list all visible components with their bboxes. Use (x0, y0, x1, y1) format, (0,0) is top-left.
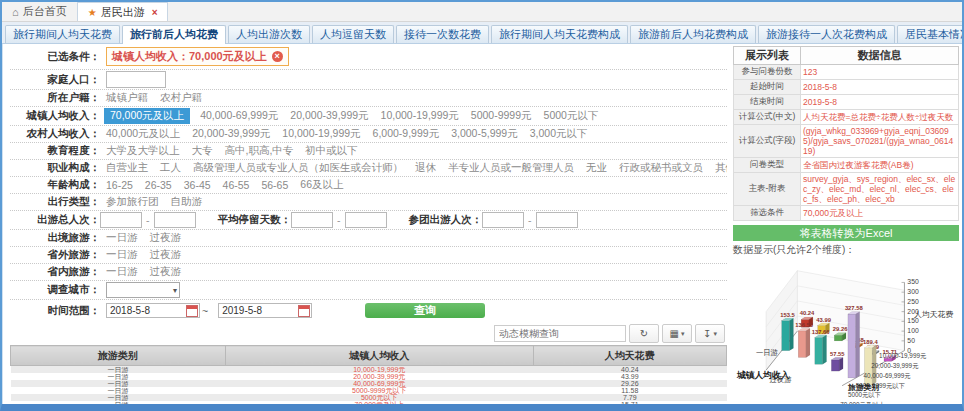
filter-option[interactable]: 56-65 (261, 179, 288, 191)
filter-row: 省外旅游：一日游过夜游 (10, 247, 727, 264)
svg-text:43.99: 43.99 (816, 317, 831, 323)
filter-option[interactable]: 农村户籍 (160, 91, 202, 105)
family-size-input[interactable] (106, 71, 166, 88)
filter-option[interactable]: 高中,职高,中专 (225, 144, 294, 158)
group-trips-max-input[interactable] (536, 212, 578, 228)
nav-tab[interactable]: 人均逗留天数 (312, 25, 394, 43)
filter-option[interactable]: 无业 (586, 161, 607, 175)
filter-option[interactable]: 40,000元及以上 (106, 127, 180, 141)
filter-option[interactable]: 一日游 (106, 248, 138, 262)
filter-option[interactable]: 16-25 (106, 179, 133, 191)
export-button[interactable]: ↧▾ (695, 324, 725, 343)
refresh-button[interactable]: ↻ (629, 324, 659, 343)
filter-row: 教育程度：大学及大学以上大专高中,职高,中专初中或以下 (10, 143, 727, 160)
filter-option[interactable]: 过夜游 (150, 265, 182, 279)
table-header-cell: 人均天花费 (533, 346, 726, 366)
filter-label: 所在户籍： (10, 91, 100, 105)
svg-text:5000元以下: 5000元以下 (848, 391, 881, 398)
filter-option[interactable]: 一日游 (106, 265, 138, 279)
filter-option[interactable]: 大学及大学以上 (106, 144, 180, 158)
filter-option[interactable]: 自助游 (171, 195, 203, 209)
window-tab-home[interactable]: ⌂ 后台首页 (2, 2, 77, 21)
nav-tab[interactable]: 居民基本情况 (897, 25, 964, 43)
nav-tab[interactable]: 旅行期间人均天花费 (5, 25, 120, 43)
avg-stay-min-input[interactable] (291, 212, 333, 228)
window-tab-bar: ⌂ 后台首页 ★ 居民出游 × (2, 2, 962, 22)
filter-option[interactable]: 初中或以下 (305, 144, 358, 158)
filter-option[interactable]: 20,000-39,999元 (192, 127, 270, 141)
table-cell: 一日游 (11, 373, 226, 380)
filter-option[interactable]: 5000-9999元 (471, 109, 532, 123)
svg-text:327.58: 327.58 (845, 305, 864, 311)
filter-option[interactable]: 40,000-69,999元 (200, 109, 278, 123)
export-excel-button[interactable]: 将表格转换为Excel (733, 225, 959, 241)
filter-option[interactable]: 退休 (415, 161, 436, 175)
svg-text:57.55: 57.55 (830, 351, 845, 357)
calendar-icon[interactable] (298, 305, 310, 317)
filter-option[interactable]: 行政或秘书或文员 (619, 161, 703, 175)
filter-label: 年龄构成： (10, 178, 100, 192)
filter-option[interactable]: 半专业人员或一般管理人员 (448, 161, 574, 175)
filter-option[interactable]: 3,000元以下 (530, 127, 588, 141)
filter-row: 出行类型：参加旅行团自助游 (10, 194, 727, 211)
filter-label: 家庭人口： (10, 73, 100, 87)
window-tab-resident-travel[interactable]: ★ 居民出游 × (77, 2, 169, 21)
nav-tab[interactable]: 旅游接待一人次花费构成 (758, 25, 895, 43)
nav-tab[interactable]: 旅行前后人均花费 (122, 25, 226, 44)
query-button[interactable]: 查询 (365, 303, 485, 318)
table-row[interactable]: 一日游10,000-19,999元40.24 (11, 366, 727, 374)
columns-button[interactable]: ▦▾ (662, 324, 692, 343)
filter-option[interactable]: 46-55 (223, 179, 250, 191)
filter-option[interactable]: 36-45 (184, 179, 211, 191)
filter-option[interactable]: 参加旅行团 (106, 195, 159, 209)
filter-option[interactable]: 20,000-39,999元 (290, 109, 368, 123)
filter-option[interactable]: 过夜游 (150, 231, 182, 245)
filter-option[interactable]: 其他 (715, 161, 727, 175)
total-trips-min-input[interactable] (100, 212, 142, 228)
total-trips-max-input[interactable] (154, 212, 196, 228)
remove-condition-icon[interactable]: × (272, 51, 283, 62)
table-row[interactable]: 一日游5000-9999元以下11.58 (11, 387, 727, 394)
filter-option[interactable]: 66及以上 (300, 178, 343, 192)
filter-option[interactable]: 70,000元及以上 (104, 108, 190, 124)
filter-option[interactable]: 3,000-5,999元 (451, 127, 518, 141)
nav-tab[interactable]: 接待一次数花费 (396, 25, 489, 43)
filter-option[interactable]: 一日游 (106, 231, 138, 245)
3d-bar-chart: 501001502002503003500人均天花费40.2443.9929.2… (733, 257, 959, 411)
selected-condition-tag[interactable]: 城镇人均收入：70,000元及以上 × (106, 47, 289, 66)
fuzzy-search-input[interactable] (494, 325, 626, 342)
chevron-down-icon: ▾ (173, 286, 177, 295)
filter-option[interactable]: 城镇户籍 (106, 91, 148, 105)
filter-option[interactable]: 过夜游 (150, 248, 182, 262)
close-icon[interactable]: × (152, 7, 158, 18)
filter-option[interactable]: 10,000-19,999元 (282, 127, 360, 141)
calendar-icon[interactable] (186, 305, 198, 317)
nav-tab[interactable]: 旅行期间人均天花费构成 (491, 25, 628, 43)
table-cell: 40.24 (533, 366, 726, 374)
nav-tab[interactable]: 人均出游次数 (228, 25, 310, 43)
filter-option[interactable]: 大专 (192, 144, 213, 158)
filter-option[interactable]: 10,000-19,999元 (381, 109, 459, 123)
svg-text:20,000-39,999元: 20,000-39,999元 (871, 362, 918, 369)
avg-stay-max-input[interactable] (345, 212, 387, 228)
filter-option[interactable]: 6,000-9,999元 (373, 127, 440, 141)
nav-tab[interactable]: 旅游前后人均花费构成 (630, 25, 756, 43)
svg-text:50: 50 (907, 337, 915, 344)
table-row[interactable]: 一日游70,000元及以上15.71 (11, 401, 727, 408)
svg-text:10,000-19,999元: 10,000-19,999元 (879, 352, 926, 359)
filter-option[interactable]: 工人 (160, 161, 181, 175)
filter-row: 城镇人均收入：70,000元及以上40,000-69,999元20,000-39… (10, 107, 727, 126)
filter-option[interactable]: 高级管理人员或专业人员（如医生或会计师） (193, 161, 403, 175)
date-range-tilde: ~ (202, 305, 208, 317)
table-row[interactable]: 一日游40,000-69,999元29.26 (11, 380, 727, 387)
table-cell: 一日游 (11, 401, 226, 408)
table-row[interactable]: 一日游20,000-39,999元43.99 (11, 373, 727, 380)
table-row[interactable]: 一日游5000元以下7.79 (11, 394, 727, 401)
filter-option[interactable]: 自营业主 (106, 161, 148, 175)
group-trips-min-input[interactable] (482, 212, 524, 228)
filter-option[interactable]: 5000元以下 (544, 109, 599, 123)
city-select[interactable]: ▾ (106, 282, 180, 298)
filter-option[interactable]: 26-35 (145, 179, 172, 191)
info-header-row: 展示列表数据信息 (734, 47, 959, 65)
table-cell: 一日游 (11, 387, 226, 394)
